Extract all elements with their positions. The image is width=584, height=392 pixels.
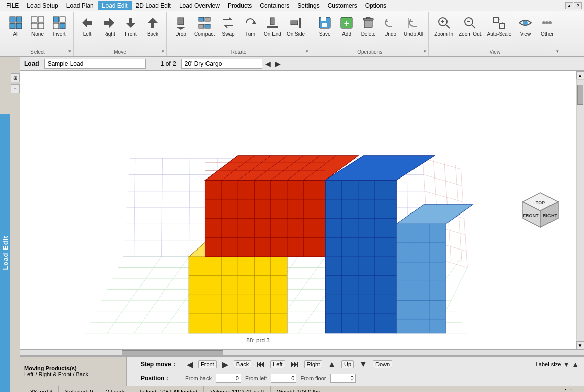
side-icon-1[interactable]: ⊞ (11, 73, 20, 82)
menu-load-overview[interactable]: Load Overview (175, 1, 224, 10)
down-arrow-button[interactable]: ▼ (358, 359, 369, 369)
status-item6: Weight: 108.0 lbs (271, 386, 327, 392)
zoom-in-button[interactable]: Zoom In (432, 13, 456, 39)
svg-rect-31 (321, 17, 326, 21)
menu-file[interactable]: FILE (2, 1, 23, 10)
vertical-scrollbar[interactable]: ▲ ▼ (576, 71, 584, 349)
front-step-button[interactable]: Front (198, 360, 217, 368)
other-label: Other (541, 31, 554, 38)
left-step-button[interactable]: Left (270, 360, 285, 368)
view-expand[interactable]: ▾ (555, 48, 560, 55)
on-side-button[interactable]: On Side (284, 13, 307, 39)
canvas-area[interactable]: 88: prd 3 TOP FRONT RIGHT (20, 71, 576, 349)
front-left-arrow[interactable]: ◀ (185, 359, 194, 370)
from-floor-input[interactable] (330, 374, 356, 383)
none-button[interactable]: None (27, 13, 48, 39)
status-resize[interactable]: ⋮⋮ (557, 386, 580, 392)
delete-button[interactable]: Delete (358, 13, 379, 39)
view-button[interactable]: View (514, 13, 536, 39)
menu-load-setup[interactable]: Load Setup (23, 1, 62, 10)
svg-rect-9 (60, 17, 65, 22)
front-label: Front (125, 31, 136, 38)
left-skip-button[interactable]: ⏮ (255, 359, 266, 369)
turn-button[interactable]: Turn (239, 13, 261, 39)
from-back-input[interactable] (216, 374, 241, 383)
back-step-button[interactable]: Back (234, 360, 251, 368)
horizontal-scrollbar[interactable] (20, 349, 584, 355)
save-label: Save (319, 31, 331, 38)
menu-load-edit[interactable]: Load Edit (98, 1, 132, 10)
scroll-track[interactable] (577, 80, 584, 341)
all-button[interactable]: All (5, 13, 26, 39)
on-end-button[interactable]: On End (261, 13, 284, 39)
left-button[interactable]: Left (77, 13, 98, 39)
left-icon (79, 15, 95, 31)
zoom-out-button[interactable]: Zoom Out (456, 13, 484, 39)
load-header-wrapper: Load 1 of 2 ◀ ▶ ⊞ ≡ (10, 57, 584, 392)
container-next-arrow[interactable]: ▶ (274, 60, 282, 68)
right-button[interactable]: Right (98, 13, 120, 39)
container-prev-arrow[interactable]: ◀ (264, 60, 272, 68)
down-step-button[interactable]: Down (373, 360, 392, 368)
from-back-label: From back (185, 375, 212, 381)
zoom-out-label: Zoom Out (459, 31, 481, 38)
add-button[interactable]: + Add (336, 13, 357, 39)
hscroll-thumb[interactable] (122, 350, 223, 355)
right-skip-button[interactable]: ⏭ (289, 359, 300, 369)
svg-marker-25 (252, 21, 256, 24)
from-left-input[interactable] (271, 374, 296, 383)
svg-rect-17 (151, 22, 154, 28)
select-expand[interactable]: ▾ (67, 48, 72, 55)
menu-2d-load-edit[interactable]: 2D Load Edit (132, 1, 175, 10)
undo-all-button[interactable]: Undo All (401, 13, 425, 39)
right-step-button[interactable]: Right (304, 360, 323, 368)
drop-icon (173, 15, 189, 31)
swap-button[interactable]: Swap (218, 13, 239, 39)
menu-settings[interactable]: Settings (293, 1, 323, 10)
status-item1: 88: prd 3 (24, 386, 59, 392)
auto-scale-label: Auto-Scale (487, 31, 511, 38)
load-name-input[interactable] (44, 59, 146, 69)
svg-rect-10 (53, 23, 59, 29)
move-expand[interactable]: ▾ (160, 48, 165, 55)
invert-button[interactable]: Invert (49, 13, 70, 39)
up-arrow-button[interactable]: ▲ (326, 359, 337, 369)
svg-rect-45 (494, 17, 499, 22)
undo-button[interactable]: Undo (380, 13, 401, 39)
menu-products[interactable]: Products (224, 1, 256, 10)
minimize-button[interactable]: ▲ (565, 2, 573, 9)
menu-containers[interactable]: Containers (256, 1, 293, 10)
other-button[interactable]: Other (536, 13, 558, 39)
compact-button[interactable]: Compact (192, 13, 217, 39)
back-label: Back (147, 31, 158, 38)
drop-button[interactable]: Drop (170, 13, 191, 39)
rotate-expand[interactable]: ▾ (304, 48, 310, 55)
menu-load-plan[interactable]: Load Plan (62, 1, 98, 10)
maximize-button[interactable]: ? (574, 2, 582, 9)
scroll-thumb[interactable] (577, 85, 583, 105)
scroll-up-button[interactable]: ▲ (576, 71, 585, 79)
zoom-in-label: Zoom In (434, 31, 453, 38)
front-right-arrow[interactable]: ▶ (221, 359, 230, 370)
compact-icon (196, 15, 213, 31)
container-input[interactable] (181, 59, 262, 69)
svg-rect-7 (38, 23, 44, 29)
front-button[interactable]: Front (120, 13, 142, 39)
turn-icon (242, 15, 258, 31)
side-icon-2[interactable]: ≡ (11, 84, 20, 93)
operations-expand[interactable]: ▾ (422, 48, 427, 55)
svg-line-39 (446, 25, 450, 28)
svg-rect-35 (364, 20, 372, 28)
back-button[interactable]: Back (142, 13, 163, 39)
menu-customers[interactable]: Customers (324, 1, 361, 10)
auto-scale-button[interactable]: Auto-Scale (484, 13, 514, 39)
svg-rect-18 (178, 18, 184, 25)
up-step-button[interactable]: Up (341, 360, 354, 368)
svg-rect-22 (199, 24, 204, 28)
scroll-down-button[interactable]: ▼ (576, 341, 585, 349)
save-button[interactable]: Save (314, 13, 335, 39)
svg-rect-37 (366, 17, 370, 19)
label-size-decrease[interactable]: ▼ (563, 360, 570, 368)
label-size-increase[interactable]: ▲ (572, 360, 579, 368)
menu-options[interactable]: Options (361, 1, 390, 10)
